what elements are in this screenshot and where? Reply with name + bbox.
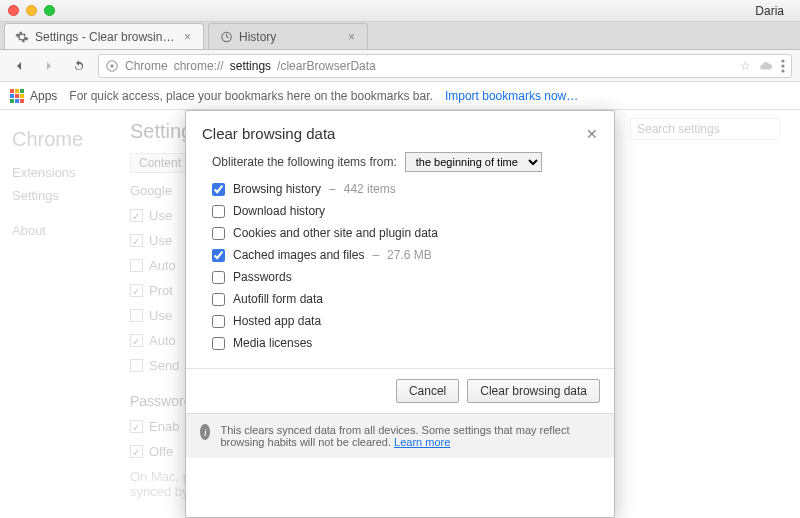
- back-button[interactable]: [8, 55, 30, 77]
- clear-option-label: Media licenses: [233, 336, 312, 350]
- tab-close-icon[interactable]: ×: [182, 30, 193, 44]
- clear-option: Cached images and files – 27.6 MB: [212, 248, 598, 262]
- clear-option-label: Hosted app data: [233, 314, 321, 328]
- clear-option-label: Download history: [233, 204, 325, 218]
- clear-option-detail: 27.6 MB: [387, 248, 432, 262]
- separator: –: [372, 248, 379, 262]
- address-bar[interactable]: Chrome chrome://settings/clearBrowserDat…: [98, 54, 792, 78]
- info-icon: i: [200, 424, 210, 440]
- apps-button[interactable]: Apps: [10, 89, 57, 103]
- site-chip-icon: [105, 59, 119, 73]
- history-icon: [219, 30, 233, 44]
- bookmarks-bar: Apps For quick access, place your bookma…: [0, 82, 800, 110]
- tab-label: History: [239, 30, 340, 44]
- clear-option: Hosted app data: [212, 314, 598, 328]
- profile-name[interactable]: Daria: [755, 4, 792, 18]
- dialog-info: i This clears synced data from all devic…: [186, 413, 614, 458]
- window-titlebar: Daria: [0, 0, 800, 22]
- clear-option-label: Browsing history: [233, 182, 321, 196]
- minimize-window-button[interactable]: [26, 5, 37, 16]
- modal-overlay: Clear browsing data ✕ Obliterate the fol…: [0, 110, 800, 518]
- forward-button[interactable]: [38, 55, 60, 77]
- apps-label: Apps: [30, 89, 57, 103]
- clear-option-checkbox[interactable]: [212, 271, 225, 284]
- apps-icon: [10, 89, 24, 103]
- svg-point-1: [110, 64, 114, 68]
- learn-more-link[interactable]: Learn more: [394, 436, 450, 448]
- clear-option-checkbox[interactable]: [212, 249, 225, 262]
- url-scheme-label: Chrome: [125, 59, 168, 73]
- clear-option: Cookies and other site and plugin data: [212, 226, 598, 240]
- clear-option-checkbox[interactable]: [212, 205, 225, 218]
- cancel-button[interactable]: Cancel: [396, 379, 459, 403]
- dialog-title: Clear browsing data: [202, 125, 586, 142]
- clear-option-label: Cached images and files: [233, 248, 364, 262]
- cloud-icon[interactable]: [759, 59, 773, 73]
- separator: –: [329, 182, 336, 196]
- clear-option-label: Autofill form data: [233, 292, 323, 306]
- clear-browsing-data-dialog: Clear browsing data ✕ Obliterate the fol…: [185, 110, 615, 518]
- clear-option-checkbox[interactable]: [212, 315, 225, 328]
- reload-button[interactable]: [68, 55, 90, 77]
- clear-option-label: Passwords: [233, 270, 292, 284]
- menu-icon[interactable]: [781, 59, 785, 73]
- star-icon[interactable]: ☆: [740, 59, 751, 73]
- url-host-prefix: chrome://: [174, 59, 224, 73]
- clear-option: Media licenses: [212, 336, 598, 350]
- svg-point-2: [781, 59, 784, 62]
- obliterate-label: Obliterate the following items from:: [212, 155, 397, 169]
- tab-settings[interactable]: Settings - Clear browsing data ×: [4, 23, 204, 49]
- url-host: settings: [230, 59, 271, 73]
- close-window-button[interactable]: [8, 5, 19, 16]
- clear-browsing-data-button[interactable]: Clear browsing data: [467, 379, 600, 403]
- window-traffic-lights: [8, 5, 55, 16]
- browser-tabs: Settings - Clear browsing data × History…: [0, 22, 800, 50]
- tab-label: Settings - Clear browsing data: [35, 30, 176, 44]
- clear-option: Autofill form data: [212, 292, 598, 306]
- clear-option: Browsing history – 442 items: [212, 182, 598, 196]
- gear-icon: [15, 30, 29, 44]
- import-bookmarks-link[interactable]: Import bookmarks now…: [445, 89, 578, 103]
- clear-option: Passwords: [212, 270, 598, 284]
- bookmarks-tip: For quick access, place your bookmarks h…: [69, 89, 433, 103]
- url-path: /clearBrowserData: [277, 59, 376, 73]
- clear-option-checkbox[interactable]: [212, 293, 225, 306]
- close-icon[interactable]: ✕: [586, 126, 598, 142]
- clear-option: Download history: [212, 204, 598, 218]
- clear-option-detail: 442 items: [344, 182, 396, 196]
- browser-toolbar: Chrome chrome://settings/clearBrowserDat…: [0, 50, 800, 82]
- clear-option-label: Cookies and other site and plugin data: [233, 226, 438, 240]
- clear-option-checkbox[interactable]: [212, 337, 225, 350]
- time-range-select[interactable]: the beginning of time: [405, 152, 542, 172]
- tab-close-icon[interactable]: ×: [346, 30, 357, 44]
- svg-point-3: [781, 64, 784, 67]
- tab-history[interactable]: History ×: [208, 23, 368, 49]
- clear-option-checkbox[interactable]: [212, 227, 225, 240]
- zoom-window-button[interactable]: [44, 5, 55, 16]
- clear-option-checkbox[interactable]: [212, 183, 225, 196]
- svg-point-4: [781, 69, 784, 72]
